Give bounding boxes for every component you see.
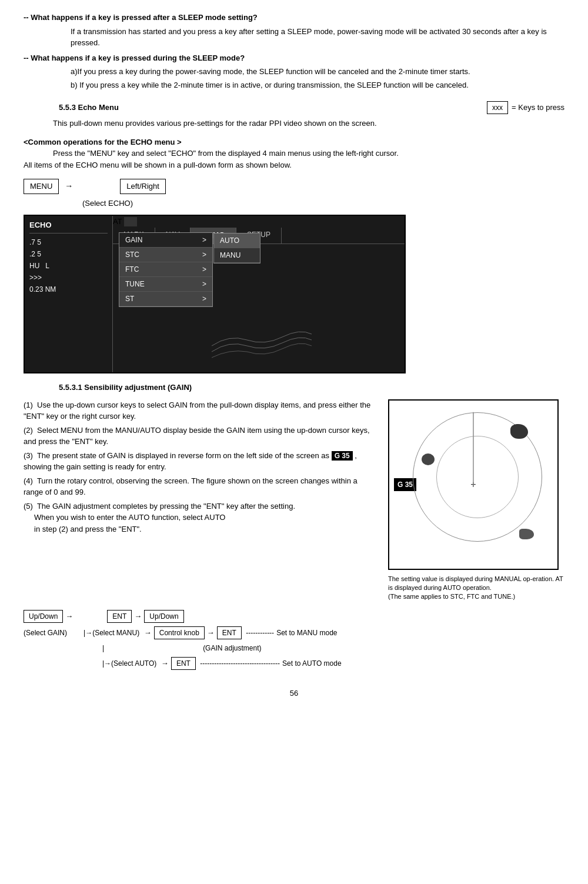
sleep-body2b: b) If you press a key while the 2-minute… — [71, 79, 564, 91]
flow-arrow2a: → — [142, 627, 152, 639]
diagram-text: (1) Use the up-down cursor keys to selec… — [24, 399, 374, 602]
at-label: AT — [113, 216, 405, 228]
diagram-right: G 35 + The setting value is displayed du… — [388, 399, 564, 602]
radar-note1: The setting value is displayed during MA… — [388, 575, 563, 591]
flow-row2: (Select GAIN) |→(Select MANU) → Control … — [24, 626, 564, 639]
item2: (2) Select MENU from the MANU/AUTO displ… — [24, 425, 374, 448]
menu-tune: TUNE> — [119, 277, 212, 292]
gain-adjustment-label: (GAIN adjustment) — [203, 643, 261, 653]
sleep-section: -- What happens if a key is pressed afte… — [24, 12, 564, 91]
menu-ftc: FTC> — [119, 262, 212, 277]
sleep-body2a: a)If you press a key during the power-sa… — [71, 66, 564, 78]
flow-updown1: Up/Down — [24, 610, 63, 623]
select-echo: (Select ECHO) — [82, 198, 564, 209]
radar-val5: 0.23 NM — [29, 284, 108, 295]
radar-sweep-line — [389, 401, 557, 569]
item1: (1) Use the up-down cursor keys to selec… — [24, 399, 374, 422]
flow-manu-mode: Set to MANU mode — [276, 628, 337, 638]
echo-label: ECHO — [29, 219, 108, 233]
flow-arrow1a: → — [65, 611, 73, 622]
sleep-heading1: -- What happens if a key is pressed afte… — [24, 12, 258, 24]
at-text: AT — [113, 217, 122, 226]
radar-screen: ECHO .7 5 .2 5 HU L >>> 0.23 NM AT MARK … — [24, 215, 406, 373]
common-ops-title: <Common operations for the ECHO menu > — [24, 138, 182, 146]
radar-note2: (The same applies to STC, FTC and TUNE.) — [388, 593, 515, 600]
section5531: 5.5.3.1 Sensibility adjustment (GAIN) (1… — [24, 382, 564, 602]
at-box — [124, 217, 137, 226]
gain-submenu: AUTO MANU — [213, 233, 260, 263]
section553-header: 5.5.3 Echo Menu xxx = Keys to press — [24, 101, 564, 114]
select-auto-label: |→(Select AUTO) — [102, 658, 156, 669]
item5: (5) The GAIN adjustment completes by pre… — [24, 501, 374, 535]
flow-row4: |→(Select AUTO) → ENT ------------------… — [24, 657, 564, 670]
item3: (3) The present state of GAIN is display… — [24, 450, 374, 473]
common-ops-body1: Press the "MENU" key and select "ECHO" f… — [53, 148, 564, 159]
flow-arrow4: → — [159, 658, 169, 669]
flow-dashes4: ---------------------------------- — [198, 658, 280, 669]
select-gain-label: (Select GAIN) — [24, 628, 67, 638]
submenu-manu: MANU — [214, 248, 260, 263]
flow-arrow2b: → — [207, 627, 215, 639]
submenu-auto: AUTO — [214, 233, 260, 248]
flow-ent3: ENT — [171, 657, 196, 670]
common-ops-heading: <Common operations for the ECHO menu > P… — [24, 136, 564, 171]
pulldown-menu: GAIN> AUTO MANU STC> FTC> TUNE> ST> — [119, 232, 213, 307]
g35-inline: G 35 — [332, 451, 353, 461]
radar-main-area: AT MARK NAV ECHO SETUP GAIN> AUTO MANU S… — [113, 216, 405, 372]
flow-updown2: Up/Down — [144, 610, 183, 623]
radar-note: The setting value is displayed during MA… — [388, 575, 564, 602]
section553-description: This pull-down menu provides various pre… — [53, 118, 564, 129]
keys-label: = Keys to press — [512, 102, 564, 114]
radar-sweep-svg — [206, 281, 312, 363]
radar-diagram-box: G 35 + — [388, 399, 559, 570]
select-manu-label: |→(Select MANU) — [83, 628, 139, 638]
menu-stc: STC> — [119, 248, 212, 262]
item4: (4) Turn the rotary control, observing t… — [24, 475, 374, 498]
menu-arrow: → — [65, 180, 73, 192]
common-ops-body2: All items of the ECHO menu will be shown… — [24, 159, 564, 171]
flow-pipe: | — [102, 643, 104, 653]
radar-val4: >>> — [29, 272, 108, 283]
flow-ent2: ENT — [217, 626, 242, 639]
menu-st: ST> — [119, 292, 212, 306]
flow-auto-mode: Set to AUTO mode — [282, 658, 342, 669]
menu-box: MENU — [24, 179, 59, 194]
section5531-title: 5.5.3.1 Sensibility adjustment (GAIN) — [59, 382, 564, 393]
diagram-section: (1) Use the up-down cursor keys to selec… — [24, 399, 564, 602]
radar-left-panel: ECHO .7 5 .2 5 HU L >>> 0.23 NM — [25, 216, 113, 372]
flow-dashes2: ------------ — [244, 628, 274, 638]
flow-ent1: ENT — [107, 610, 132, 623]
left-right-box: Left/Right — [120, 179, 166, 194]
radar-val2: .2 5 — [29, 249, 108, 259]
sleep-body1: If a transmission has started and you pr… — [71, 26, 564, 49]
radar-val3: HU L — [29, 261, 108, 271]
radar-val1: .7 5 — [29, 237, 108, 248]
menu-diagram: MENU → Left/Right — [24, 179, 564, 194]
sleep-heading2: -- What happens if a key is pressed duri… — [24, 52, 245, 64]
flow-row3: | (GAIN adjustment) — [24, 643, 564, 653]
flow-control-knob: Control knob — [154, 626, 205, 639]
flow-row1: Up/Down → ENT → Up/Down — [24, 610, 564, 623]
page-number: 56 — [24, 688, 564, 699]
section553-title: 5.5.3 Echo Menu — [59, 102, 119, 114]
keys-badge: xxx — [487, 101, 508, 114]
page-num-value: 56 — [290, 689, 298, 698]
flow-section: Up/Down → ENT → Up/Down (Select GAIN) |→… — [24, 610, 564, 670]
flow-arrow1b: → — [134, 611, 142, 622]
keys-legend: xxx = Keys to press — [487, 101, 564, 114]
menu-gain: GAIN> AUTO MANU — [119, 233, 212, 248]
